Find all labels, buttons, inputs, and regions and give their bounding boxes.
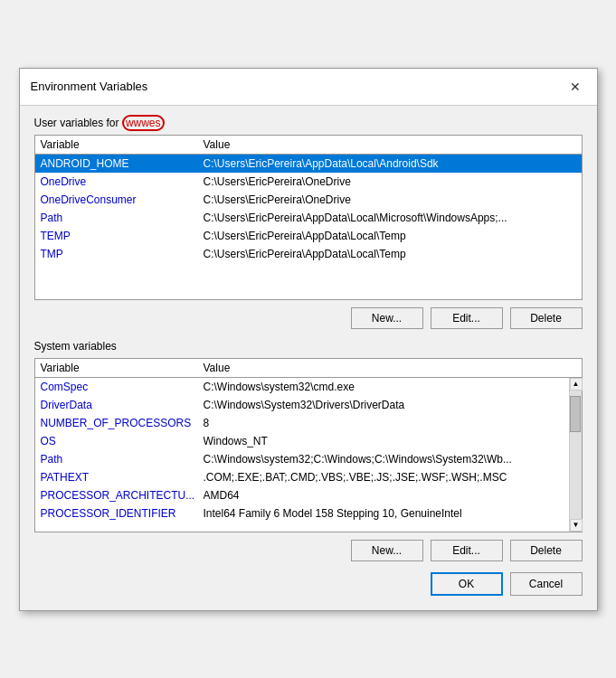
system-row-value: AMD64	[204, 489, 564, 502]
user-variables-table: Variable Value ANDROID_HOMEC:\Users\Eric…	[34, 135, 583, 300]
system-table-row[interactable]: PathC:\Windows\system32;C:\Windows;C:\Wi…	[35, 450, 569, 468]
system-row-value: 8	[204, 417, 564, 429]
user-table-row[interactable]: TMPC:\Users\EricPereira\AppData\Local\Te…	[35, 245, 582, 263]
cancel-button[interactable]: Cancel	[510, 572, 583, 596]
system-col-variable: Variable	[41, 362, 204, 374]
system-button-row: New... Edit... Delete	[34, 540, 583, 561]
system-row-variable: PATHEXT	[41, 471, 204, 484]
user-button-row: New... Edit... Delete	[34, 307, 583, 329]
user-row-variable: TEMP	[41, 230, 204, 242]
system-table-row[interactable]: ComSpecC:\Windows\system32\cmd.exe	[35, 378, 569, 396]
system-variables-table: Variable Value ComSpecC:\Windows\system3…	[34, 358, 583, 532]
bottom-button-row: OK Cancel	[34, 572, 583, 596]
system-table-row[interactable]: DriverDataC:\Windows\System32\Drivers\Dr…	[35, 396, 569, 414]
user-delete-button[interactable]: Delete	[510, 307, 583, 329]
dialog-title: Environment Variables	[31, 80, 148, 93]
title-bar: Environment Variables ✕	[20, 69, 597, 106]
user-col-value: Value	[204, 138, 576, 151]
ok-button[interactable]: OK	[431, 572, 503, 596]
scroll-up-button[interactable]: ▲	[570, 378, 583, 391]
system-row-value: Intel64 Family 6 Model 158 Stepping 10, …	[204, 507, 564, 520]
system-scrollbar[interactable]: ▲ ▼	[569, 378, 582, 532]
system-table-row[interactable]: PATHEXT.COM;.EXE;.BAT;.CMD;.VBS;.VBE;.JS…	[35, 468, 569, 486]
system-table-body: ComSpecC:\Windows\system32\cmd.exeDriver…	[35, 378, 569, 532]
system-row-value: C:\Windows\system32;C:\Windows;C:\Window…	[204, 453, 564, 466]
user-row-variable: OneDrive	[41, 175, 204, 188]
system-table-row[interactable]: OSWindows_NT	[35, 432, 569, 450]
system-row-value: Windows_NT	[204, 435, 564, 447]
user-col-variable: Variable	[41, 138, 204, 151]
user-row-value: C:\Users\EricPereira\AppData\Local\Temp	[204, 230, 576, 242]
system-table-row[interactable]: PROCESSOR_ARCHITECTU...AMD64	[35, 486, 569, 504]
system-new-button[interactable]: New...	[351, 540, 423, 561]
user-table-row[interactable]: OneDriveC:\Users\EricPereira\OneDrive	[35, 173, 582, 191]
system-col-value: Value	[204, 362, 576, 374]
system-row-variable: ComSpec	[41, 381, 204, 393]
close-button[interactable]: ✕	[564, 76, 586, 98]
user-row-value: C:\Users\EricPereira\AppData\Local\Micro…	[204, 212, 576, 224]
system-row-variable: PROCESSOR_IDENTIFIER	[41, 507, 204, 520]
user-row-value: C:\Users\EricPereira\AppData\Local\Andro…	[204, 157, 576, 170]
system-row-variable: Path	[41, 453, 204, 466]
system-delete-button[interactable]: Delete	[510, 540, 583, 561]
system-edit-button[interactable]: Edit...	[431, 540, 503, 561]
system-row-value: C:\Windows\system32\cmd.exe	[204, 381, 564, 393]
dialog-body: User variables for wwwes Variable Value …	[20, 106, 597, 610]
user-row-value: C:\Users\EricPereira\OneDrive	[204, 175, 576, 188]
user-row-value: C:\Users\EricPereira\OneDrive	[204, 193, 576, 206]
user-section-label: User variables for wwwes	[34, 117, 583, 129]
scroll-down-button[interactable]: ▼	[570, 519, 583, 532]
user-table-header: Variable Value	[35, 136, 582, 155]
scroll-thumb[interactable]	[570, 396, 581, 432]
user-row-variable: TMP	[41, 248, 204, 260]
system-table-header: Variable Value	[35, 359, 582, 378]
environment-variables-dialog: Environment Variables ✕ User variables f…	[19, 68, 598, 611]
user-row-value: C:\Users\EricPereira\AppData\Local\Temp	[204, 248, 576, 260]
system-row-value: C:\Windows\System32\Drivers\DriverData	[204, 399, 564, 411]
system-table-row[interactable]: PROCESSOR_IDENTIFIERIntel64 Family 6 Mod…	[35, 504, 569, 523]
user-row-variable: Path	[41, 212, 204, 224]
system-row-variable: PROCESSOR_ARCHITECTU...	[41, 489, 204, 502]
system-table-row[interactable]: NUMBER_OF_PROCESSORS8	[35, 414, 569, 432]
system-row-variable: OS	[41, 435, 204, 447]
username-highlight: wwwes	[122, 115, 165, 131]
user-table-row[interactable]: OneDriveConsumerC:\Users\EricPereira\One…	[35, 191, 582, 209]
user-table-row[interactable]: TEMPC:\Users\EricPereira\AppData\Local\T…	[35, 227, 582, 245]
user-row-variable: ANDROID_HOME	[41, 157, 204, 170]
system-section-label: System variables	[34, 340, 583, 353]
system-row-value: .COM;.EXE;.BAT;.CMD;.VBS;.VBE;.JS;.JSE;.…	[204, 471, 564, 484]
system-row-variable: DriverData	[41, 399, 204, 411]
user-table-body: ANDROID_HOMEC:\Users\EricPereira\AppData…	[35, 155, 582, 299]
system-table-with-scroll: ComSpecC:\Windows\system32\cmd.exeDriver…	[35, 378, 582, 532]
system-row-variable: NUMBER_OF_PROCESSORS	[41, 417, 204, 429]
user-table-row[interactable]: PathC:\Users\EricPereira\AppData\Local\M…	[35, 209, 582, 227]
user-table-row[interactable]: ANDROID_HOMEC:\Users\EricPereira\AppData…	[35, 155, 582, 173]
user-row-variable: OneDriveConsumer	[41, 193, 204, 206]
user-new-button[interactable]: New...	[351, 307, 423, 329]
user-edit-button[interactable]: Edit...	[431, 307, 503, 329]
